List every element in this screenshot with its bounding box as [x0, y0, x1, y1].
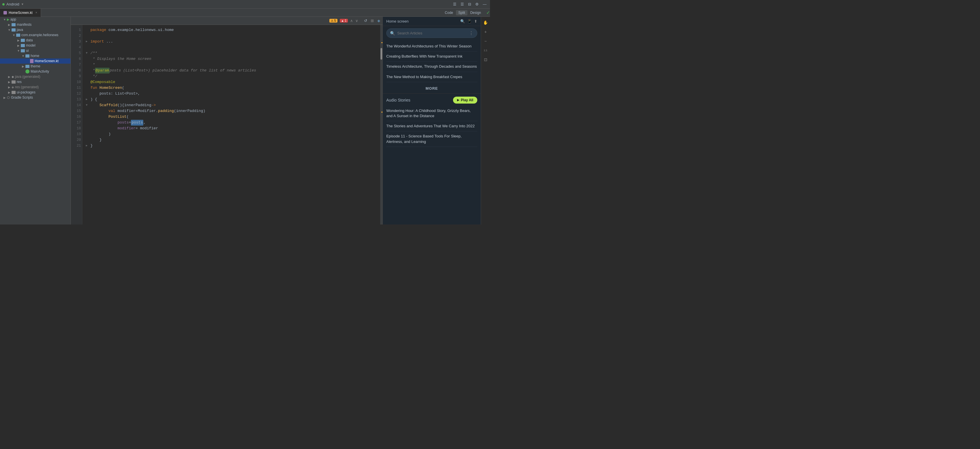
sidebar-item-label: data — [26, 38, 33, 42]
close-paren: ) { — [91, 97, 97, 102]
keyword-package: package — [91, 27, 106, 33]
code-line-17: posts = posts, — [86, 120, 377, 126]
sidebar-item-theme[interactable]: ▶ theme — [0, 64, 70, 69]
sidebar-item-ui[interactable]: ▼ ui — [0, 48, 70, 53]
tree-arrow-icon: ▼ — [2, 18, 7, 21]
code-line-5: ▼ /** — [86, 50, 377, 56]
param-posts: posts — [99, 91, 111, 97]
article-item-4[interactable]: The New Method to Making Breakfast Crepe… — [386, 72, 477, 82]
sidebar-item-label: home — [30, 54, 39, 58]
sidebar-item-label: java — [17, 28, 23, 32]
share-panel-icon[interactable]: ⬆ — [474, 19, 477, 24]
folder-icon — [25, 54, 29, 58]
sidebar-item-ui-packages[interactable]: ▶ ui-packages — [0, 89, 70, 95]
article-list: The Wonderful Architectures of This Wint… — [383, 40, 481, 83]
error-count: 1 — [345, 19, 347, 22]
sidebar-item-label: theme — [30, 64, 40, 68]
minimize-icon[interactable]: — — [482, 2, 488, 7]
more-articles-button[interactable]: MORE — [383, 83, 481, 93]
sidebar-item-manifests[interactable]: ▶ manifests — [0, 22, 70, 27]
audio-item-1[interactable]: Wondering Hour: A Childhood Story, Grizz… — [386, 106, 477, 121]
top-toolbar: Android ▼ ☰ ☰ ⊟ ⚙ — — [0, 0, 490, 9]
zoom-ratio-button[interactable]: 1:1 — [482, 47, 489, 54]
tree-arrow-icon: ▶ — [7, 80, 11, 84]
code-mode-button[interactable]: Code — [442, 10, 456, 15]
sidebar-item-java[interactable]: ▼ java — [0, 27, 70, 32]
menu-icon[interactable]: ☰ — [452, 2, 458, 7]
right-panel-header: Home screen 🔍 📱 ⬆ — [383, 17, 481, 26]
composable-annotation: @Composable — [91, 79, 115, 85]
settings-icon[interactable]: ⚙ — [474, 2, 480, 7]
fold-icon[interactable]: ▶ — [86, 39, 91, 45]
fold-icon[interactable]: ▶ — [86, 97, 91, 102]
phone-panel-icon[interactable]: 📱 — [467, 19, 472, 24]
gradle-icon: ⬡ — [7, 96, 10, 99]
fit-screen-button[interactable]: ⊡ — [482, 56, 489, 63]
comment-text: * — [91, 68, 95, 74]
tab-file-icon — [3, 11, 7, 14]
scrollbar-thumb[interactable] — [380, 48, 382, 59]
right-panel: Home screen 🔍 📱 ⬆ 🔍 ⋮ The Wonderful Arch… — [382, 17, 481, 225]
sidebar-item-res[interactable]: ▶ res — [0, 79, 70, 85]
fold-icon[interactable]: ▼ — [86, 102, 91, 108]
search-more-icon[interactable]: ⋮ — [469, 30, 474, 36]
tab-close-button[interactable]: × — [35, 11, 37, 14]
sidebar-item-label: model — [26, 43, 35, 48]
article-search-bar[interactable]: 🔍 ⋮ — [386, 28, 477, 38]
chevron-up-icon[interactable]: ∧ — [350, 19, 353, 23]
audio-item-3[interactable]: Episode 11 - Science Based Tools For Sle… — [386, 131, 477, 147]
layout-icon[interactable]: ⊞ — [371, 19, 374, 23]
code-line-16: PostList( — [86, 114, 377, 120]
refresh-icon[interactable]: ↺ — [364, 19, 367, 23]
layers-icon[interactable]: ◈ — [377, 19, 380, 23]
article-item-1[interactable]: The Wonderful Architectures of This Wint… — [386, 42, 477, 51]
sidebar-item-label: java (generated) — [15, 75, 40, 79]
tab-label: HomeScreen.kt — [9, 11, 33, 15]
zoom-in-button[interactable]: + — [482, 28, 489, 35]
sidebar-item-java-generated[interactable]: ▶ ◈ java (generated) — [0, 74, 70, 79]
vertical-scrollbar[interactable] — [380, 25, 382, 225]
sidebar-item-home[interactable]: ▼ home — [0, 53, 70, 58]
code-line-13: ▶ ) { — [86, 97, 377, 102]
warning-icon: ⚠ — [331, 19, 333, 22]
android-icon — [2, 3, 5, 5]
fold-icon[interactable]: ▼ — [86, 50, 91, 56]
split-icon[interactable]: ⊟ — [467, 2, 473, 7]
sidebar-item-res-generated[interactable]: ▶ ◈ res (generated) — [0, 85, 70, 89]
split-mode-button[interactable]: Split — [456, 10, 467, 15]
error-badge: ▲ 1 — [340, 19, 348, 22]
code-line-10: @Composable — [86, 79, 377, 85]
audio-item-2[interactable]: The Stories and Adventures That We Carry… — [386, 121, 477, 131]
tree-arrow-icon: ▶ — [7, 91, 11, 94]
design-mode-button[interactable]: Design — [468, 10, 484, 15]
tree-arrow-icon: ▼ — [21, 54, 25, 58]
code-content[interactable]: package com.example.hellonews.ui.home ▶ … — [82, 25, 380, 225]
sidebar-item-app[interactable]: ▼ ▶ app — [0, 17, 70, 22]
sidebar-item-homescreen-kt[interactable]: HomeScreen.kt — [0, 58, 70, 64]
fold-icon[interactable]: ▶ — [86, 143, 91, 149]
modifier-param-name: modifier — [118, 126, 135, 131]
sidebar-item-data[interactable]: ▶ data — [0, 38, 70, 43]
sidebar-item-label: com.example.hellonews — [21, 33, 58, 37]
code-line-3: ▶ import ... — [86, 39, 377, 45]
dropdown-arrow-icon[interactable]: ▼ — [21, 3, 24, 6]
play-all-button[interactable]: ▶ Play All — [453, 97, 477, 104]
tree-arrow-icon: ▶ — [7, 23, 11, 26]
search-panel-icon[interactable]: 🔍 — [460, 19, 465, 24]
sidebar-item-label: res — [17, 80, 22, 84]
article-item-2[interactable]: Creating Butterflies With New Transparen… — [386, 51, 477, 62]
sidebar-item-package[interactable]: ▼ com.example.hellonews — [0, 32, 70, 38]
sidebar-item-model[interactable]: ▶ model — [0, 43, 70, 48]
tab-homescreen[interactable]: HomeScreen.kt × — [0, 9, 41, 17]
article-search-input[interactable] — [397, 31, 466, 35]
article-item-3[interactable]: Timeless Architecture, Through Decades a… — [386, 62, 477, 72]
hand-tool-button[interactable]: ✋ — [482, 19, 489, 26]
sidebar-item-gradle[interactable]: ▶ ⬡ Gradle Scripts — [0, 95, 70, 100]
list-icon[interactable]: ☰ — [460, 2, 465, 7]
zoom-out-button[interactable]: − — [482, 38, 489, 45]
chevron-down-icon[interactable]: ∨ — [355, 19, 358, 23]
play-all-label: Play All — [461, 98, 473, 102]
sidebar-item-label: HomeScreen.kt — [35, 59, 59, 63]
sidebar-item-mainactivity[interactable]: MainActivity — [0, 69, 70, 74]
folder-icon — [25, 65, 29, 68]
